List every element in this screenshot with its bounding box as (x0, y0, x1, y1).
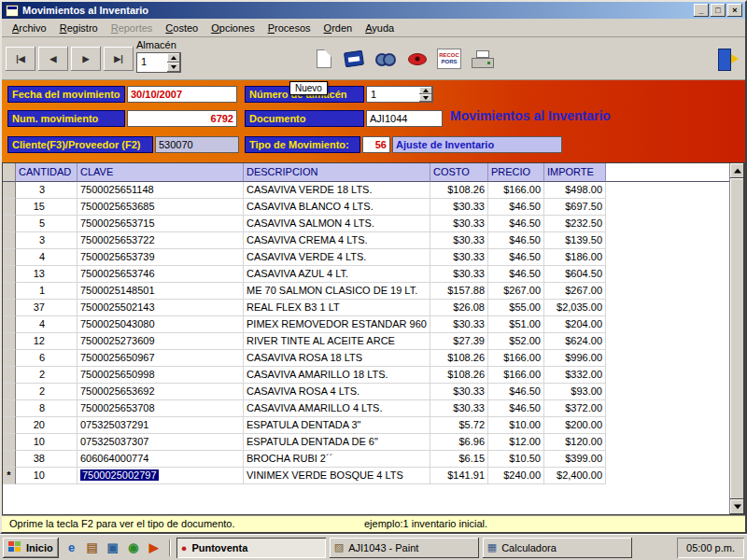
cell-descripcion[interactable]: VINIMEX VERDE BOSQUE 4 LTS (244, 468, 430, 484)
cell-descripcion[interactable]: CASAVIVA BLANCO 4 LTS. (244, 199, 430, 216)
cell-importe[interactable]: $200.00 (544, 417, 606, 434)
cell-costo[interactable]: $108.26 (430, 367, 488, 384)
preview-button[interactable] (403, 45, 431, 73)
numero-almacen-spin-up-button[interactable] (419, 87, 432, 94)
almacen-spinner[interactable]: 1 (136, 52, 181, 73)
cell-descripcion[interactable]: REAL FLEX B3 1 LT (244, 300, 430, 316)
cliente-proveedor-input[interactable]: 530070 (155, 136, 239, 153)
cell-costo[interactable]: $6.96 (430, 434, 488, 451)
cell-descripcion[interactable]: CASAVIVA ROSA 18 LTS (244, 350, 430, 367)
row-selector[interactable] (3, 400, 16, 417)
cell-cantidad[interactable]: 4 (16, 249, 78, 266)
cell-cantidad[interactable]: 38 (16, 451, 78, 468)
menu-item-orden[interactable]: Orden (317, 21, 359, 35)
cell-descripcion[interactable]: CASAVIVA ROSA 4 LTS. (244, 384, 430, 400)
cell-clave[interactable]: 075325037291 (78, 417, 244, 434)
row-selector[interactable] (3, 333, 16, 350)
row-selector[interactable] (3, 249, 16, 266)
cell-clave[interactable]: 7500025651148 (78, 182, 244, 199)
cell-cantidad[interactable]: 10 (16, 468, 78, 484)
cell-cantidad[interactable]: 15 (16, 199, 78, 216)
table-row[interactable]: *107500025002797VINIMEX VERDE BOSQUE 4 L… (3, 468, 729, 484)
table-row[interactable]: 47500025653739CASAVIVA VERDE 4 LTS.$30.3… (3, 249, 729, 266)
cell-precio[interactable]: $46.50 (488, 400, 544, 417)
cell-costo[interactable]: $30.33 (430, 216, 488, 232)
numero-almacen-value[interactable]: 1 (366, 86, 419, 103)
cell-precio[interactable]: $46.50 (488, 199, 544, 216)
column-header-clave[interactable]: CLAVE (78, 163, 244, 182)
row-selector[interactable] (3, 199, 16, 216)
almacen-spin-up-button[interactable] (167, 53, 180, 63)
cell-cantidad[interactable]: 4 (16, 316, 78, 333)
scroll-thumb[interactable] (730, 178, 744, 499)
cell-clave[interactable]: 7500025502143 (78, 300, 244, 316)
vertical-scrollbar[interactable] (729, 163, 744, 514)
cell-costo[interactable]: $157.88 (430, 283, 488, 300)
cell-importe[interactable]: $2,035.00 (544, 300, 606, 316)
taskbar-button-puntoventa[interactable]: ●Puntoventa (176, 538, 326, 558)
channels-icon[interactable]: ◉ (124, 539, 143, 557)
cell-descripcion[interactable]: CASAVIVA CREMA 4 LTS. (244, 232, 430, 249)
cell-cantidad[interactable]: 3 (16, 232, 78, 249)
cell-cantidad[interactable]: 5 (16, 216, 78, 232)
cell-costo[interactable]: $6.15 (430, 451, 488, 468)
cell-costo[interactable]: $30.33 (430, 266, 488, 283)
cell-cantidad[interactable]: 20 (16, 417, 78, 434)
maximize-button[interactable]: □ (711, 4, 726, 17)
cell-precio[interactable]: $46.50 (488, 249, 544, 266)
cell-precio[interactable]: $166.00 (488, 367, 544, 384)
cell-importe[interactable]: $332.00 (544, 367, 606, 384)
cell-precio[interactable]: $10.50 (488, 451, 544, 468)
cell-costo[interactable]: $141.91 (430, 468, 488, 484)
cell-clave[interactable]: 606064000774 (78, 451, 244, 468)
column-header-costo[interactable]: COSTO (430, 163, 488, 182)
menu-item-procesos[interactable]: Procesos (261, 21, 317, 35)
cell-costo[interactable]: $30.33 (430, 232, 488, 249)
cell-costo[interactable]: $30.33 (430, 316, 488, 333)
nav-last-button[interactable]: ▶| (104, 47, 134, 71)
column-header-descripcion[interactable]: DESCRIPCION (244, 163, 430, 182)
cell-clave[interactable]: 7500025653715 (78, 216, 244, 232)
menu-item-ayuda[interactable]: Ayuda (359, 21, 401, 35)
cell-clave[interactable]: 075325037307 (78, 434, 244, 451)
table-row[interactable]: 67500025650967CASAVIVA ROSA 18 LTS$108.2… (3, 350, 729, 367)
cell-cantidad[interactable]: 8 (16, 400, 78, 417)
cell-cantidad[interactable]: 12 (16, 333, 78, 350)
row-selector[interactable] (3, 384, 16, 400)
cell-clave[interactable]: 7500025650967 (78, 350, 244, 367)
cell-importe[interactable]: $139.50 (544, 232, 606, 249)
cell-precio[interactable]: $46.50 (488, 232, 544, 249)
cell-descripcion[interactable]: PIMEX REMOVEDOR ESTANDAR 960 (244, 316, 430, 333)
documento-input[interactable]: AJI1044 (366, 110, 443, 127)
row-selector[interactable] (3, 451, 16, 468)
column-header-precio[interactable]: PRECIO (488, 163, 544, 182)
row-selector[interactable] (3, 216, 16, 232)
cell-precio[interactable]: $52.00 (488, 333, 544, 350)
cell-descripcion[interactable]: RIVER TINTE AL ACEITE ARCE (244, 333, 430, 350)
cell-descripcion[interactable]: CASAVIVA AMARILLO 4 LTS. (244, 400, 430, 417)
table-row[interactable]: 377500025502143REAL FLEX B3 1 LT$26.08$5… (3, 300, 729, 316)
cell-costo[interactable]: $30.33 (430, 249, 488, 266)
row-selector[interactable] (3, 232, 16, 249)
outlook-icon[interactable]: ▤ (83, 539, 102, 557)
column-header-cantidad[interactable]: CANTIDAD (16, 163, 78, 182)
cell-descripcion[interactable]: BROCHA RUBI 2´´ (244, 451, 430, 468)
cell-precio[interactable]: $46.50 (488, 266, 544, 283)
table-row[interactable]: 38606064000774BROCHA RUBI 2´´$6.15$10.50… (3, 451, 729, 468)
cell-precio[interactable]: $166.00 (488, 350, 544, 367)
menu-item-archivo[interactable]: Archivo (6, 21, 53, 35)
table-row[interactable]: 27500025653692CASAVIVA ROSA 4 LTS.$30.33… (3, 384, 729, 400)
table-row[interactable]: 20075325037291ESPATULA DENTADA 3"$5.72$1… (3, 417, 729, 434)
start-button[interactable]: Inicio (3, 538, 59, 558)
menu-item-registro[interactable]: Registro (53, 21, 105, 35)
row-selector[interactable] (3, 316, 16, 333)
cell-precio[interactable]: $55.00 (488, 300, 544, 316)
almacen-spin-down-button[interactable] (167, 63, 180, 72)
nav-next-button[interactable]: ▶ (71, 47, 101, 71)
cell-importe[interactable]: $186.00 (544, 249, 606, 266)
fecha-input[interactable]: 30/10/2007 (127, 86, 237, 103)
cell-costo[interactable]: $108.26 (430, 350, 488, 367)
table-row[interactable]: 37500025653722CASAVIVA CREMA 4 LTS.$30.3… (3, 232, 729, 249)
cell-clave[interactable]: 7500025273609 (78, 333, 244, 350)
media-player-icon[interactable]: ▶ (145, 539, 163, 557)
